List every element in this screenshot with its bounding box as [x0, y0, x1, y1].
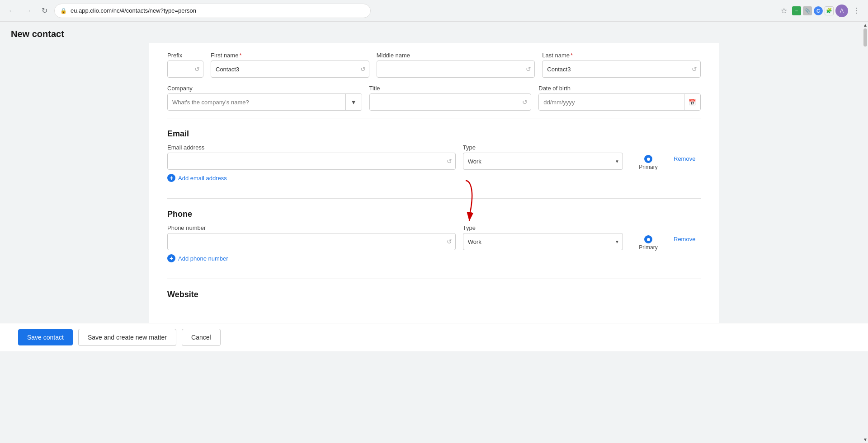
add-phone-link[interactable]: + Add phone number: [167, 254, 701, 262]
middle-name-input[interactable]: [377, 61, 535, 78]
save-and-create-button[interactable]: Save and create new matter: [78, 329, 176, 346]
email-address-wrapper: ↺: [167, 153, 456, 170]
last-name-sync-icon: ↺: [692, 65, 697, 73]
action-bar: Save contact Save and create new matter …: [0, 323, 868, 351]
first-name-label: First name*: [211, 52, 369, 59]
email-remove-group: Remove: [674, 144, 701, 162]
extension-green[interactable]: ≡: [792, 6, 801, 15]
phone-type-select-wrapper: Work Home Mobile Other: [463, 233, 623, 250]
website-section: Website: [167, 286, 701, 314]
email-address-label: Email address: [167, 144, 456, 151]
title-field-group: Title ↺: [369, 85, 532, 111]
prefix-input-wrapper: ↺: [167, 61, 203, 78]
phone-number-wrapper: ↺: [167, 233, 456, 250]
extension-ext[interactable]: 🧩: [825, 6, 834, 15]
last-name-input[interactable]: [542, 61, 701, 78]
email-primary-label: Primary: [639, 164, 657, 170]
phone-remove-group: Remove: [674, 224, 701, 242]
title-label: Title: [369, 85, 532, 92]
divider-3: [167, 279, 701, 279]
divider-2: [167, 198, 701, 199]
forward-button[interactable]: →: [22, 5, 34, 17]
company-input-wrapper: ▼: [167, 93, 362, 111]
title-input[interactable]: [369, 93, 532, 111]
first-name-input[interactable]: [211, 61, 369, 78]
email-address-group: Email address ↺: [167, 144, 456, 170]
email-row: Email address ↺ Type Work Home Other: [167, 144, 701, 170]
user-avatar[interactable]: A: [835, 5, 848, 17]
company-label: Company: [167, 85, 362, 92]
dob-field-group: Date of birth 📅: [538, 85, 701, 111]
scrollbar-up[interactable]: ▲: [863, 22, 868, 28]
scrollbar[interactable]: ▲ ▼: [863, 22, 868, 443]
scrollbar-thumb[interactable]: [863, 28, 867, 47]
add-phone-icon: +: [167, 254, 175, 262]
email-address-input[interactable]: [167, 153, 456, 170]
phone-type-group: Type Work Home Mobile Other: [463, 224, 623, 250]
first-name-input-wrapper: ↺: [211, 61, 369, 78]
middle-name-label: Middle name: [377, 52, 535, 59]
page-title: New contact: [0, 22, 868, 43]
email-type-label: Type: [463, 144, 623, 151]
phone-type-label: Type: [463, 224, 623, 231]
email-type-select-wrapper: Work Home Other: [463, 153, 623, 170]
phone-remove-link[interactable]: Remove: [674, 236, 695, 242]
address-bar[interactable]: 🔒 eu.app.clio.com/nc/#/contacts/new?type…: [54, 4, 371, 18]
back-button[interactable]: ←: [5, 5, 18, 17]
phone-row: Phone number ↺ Type Work Home Mobile: [167, 224, 701, 251]
phone-number-group: Phone number ↺: [167, 224, 456, 250]
first-name-sync-icon: ↺: [360, 65, 366, 73]
last-name-label: Last name*: [542, 52, 701, 59]
company-dropdown-button[interactable]: ▼: [345, 94, 362, 110]
form-container: Prefix ↺ First name* ↺ Middle name: [149, 43, 719, 323]
add-email-link[interactable]: + Add email address: [167, 174, 701, 182]
scrollbar-down[interactable]: ▼: [863, 436, 868, 443]
cancel-button[interactable]: Cancel: [182, 329, 221, 346]
email-type-group: Type Work Home Other: [463, 144, 623, 170]
bookmark-button[interactable]: ☆: [778, 5, 790, 17]
add-email-icon: +: [167, 174, 175, 182]
divider-1: [167, 118, 701, 118]
browser-actions: ☆ ≡ 📎 C 🧩 A ⋮: [778, 5, 863, 17]
phone-section-title: Phone: [167, 210, 701, 219]
last-name-field-group: Last name* ↺: [542, 52, 701, 78]
prefix-sync-icon: ↺: [194, 65, 200, 73]
first-name-field-group: First name* ↺: [211, 52, 369, 78]
company-field-group: Company ▼: [167, 85, 362, 111]
menu-button[interactable]: ⋮: [850, 5, 863, 17]
email-remove-link[interactable]: Remove: [674, 155, 695, 162]
email-section: Email Email address ↺ Type Work: [167, 126, 701, 191]
phone-primary-radio[interactable]: [644, 235, 652, 243]
company-input[interactable]: [168, 94, 345, 110]
dob-input[interactable]: [539, 94, 684, 110]
add-email-label: Add email address: [178, 175, 227, 182]
security-icon: 🔒: [60, 8, 67, 14]
reload-button[interactable]: ↻: [38, 5, 51, 17]
company-row: Company ▼ Title ↺ Date of birth: [167, 85, 701, 111]
phone-number-label: Phone number: [167, 224, 456, 231]
phone-primary-group: Primary: [630, 224, 666, 251]
phone-number-input[interactable]: [167, 233, 456, 250]
extension-clip[interactable]: 📎: [803, 6, 812, 15]
website-section-title: Website: [167, 290, 701, 299]
title-sync-icon: ↺: [522, 98, 528, 106]
save-contact-button[interactable]: Save contact: [18, 329, 73, 345]
page-wrapper: New contact ▲ ▼ Prefix ↺ First name*: [0, 22, 868, 443]
name-fields-row: Prefix ↺ First name* ↺ Middle name: [167, 52, 701, 78]
email-primary-radio[interactable]: [644, 155, 652, 163]
extension-clio[interactable]: C: [814, 6, 823, 15]
middle-name-input-wrapper: ↺: [377, 61, 535, 78]
email-section-title: Email: [167, 129, 701, 139]
dob-input-wrapper: 📅: [538, 93, 701, 111]
phone-sync-icon: ↺: [447, 238, 452, 245]
email-sync-icon: ↺: [447, 158, 452, 165]
dob-calendar-button[interactable]: 📅: [684, 94, 700, 110]
phone-primary-label: Primary: [639, 244, 657, 251]
phone-section: Phone Phone number ↺ Type Work: [167, 206, 701, 271]
email-type-select[interactable]: Work Home Other: [463, 153, 623, 170]
phone-type-select[interactable]: Work Home Mobile Other: [463, 233, 623, 250]
dob-label: Date of birth: [538, 85, 701, 92]
title-input-wrapper: ↺: [369, 93, 532, 111]
url-text: eu.app.clio.com/nc/#/contacts/new?type=p…: [71, 7, 365, 14]
last-name-input-wrapper: ↺: [542, 61, 701, 78]
